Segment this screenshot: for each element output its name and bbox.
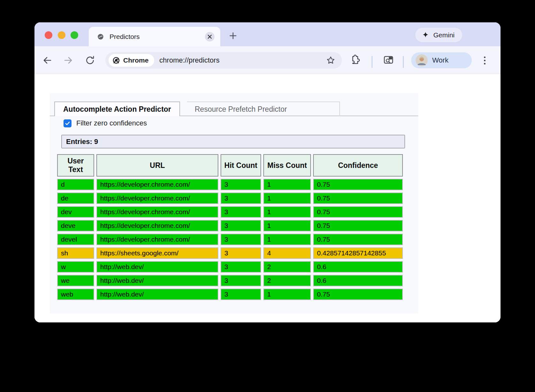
cell-user_text: de [57,192,94,204]
browser-tab[interactable]: Predictors [89,27,220,46]
column-header: Hit Count [221,154,261,177]
cell-miss_count: 1 [263,206,311,218]
cell-url: https://developer.chrome.com/ [96,192,218,204]
browser-window: Predictors Gemini [34,22,501,322]
cell-hit_count: 3 [221,289,261,300]
zoom-window-button[interactable] [71,31,78,39]
cell-url: http://web.dev/ [96,289,218,300]
site-chip-label: Chrome [123,57,148,64]
cell-user_text: w [57,261,94,273]
predictor-table-body: dhttps://developer.chrome.com/310.75deht… [57,179,403,300]
cell-hit_count: 3 [221,206,261,218]
cell-user_text: devel [57,234,94,245]
cell-url: https://developer.chrome.com/ [96,234,218,245]
table-row: shhttps://sheets.google.com/340.42857142… [57,247,403,259]
cell-hit_count: 3 [221,247,261,259]
cell-miss_count: 1 [263,192,311,204]
profile-chip[interactable]: Work [411,52,472,68]
table-row: webhttp://web.dev/310.75 [57,289,403,300]
cell-miss_count: 1 [263,220,311,231]
cell-user_text: sh [57,247,94,259]
tab-resource-prefetch-predictor[interactable]: Resource Prefetch Predictor [187,102,340,116]
cell-confidence: 0.75 [313,179,403,190]
cell-url: http://web.dev/ [96,275,218,286]
toolbar: Chrome chrome://predictors [34,46,501,74]
table-row: dhttps://developer.chrome.com/310.75 [57,179,403,190]
column-header: Confidence [313,154,403,177]
tab-title: Predictors [109,33,140,41]
table-row: develhttps://developer.chrome.com/310.75 [57,234,403,245]
toolbar-divider [372,56,373,68]
toolbar-divider [403,56,404,68]
table-row: devhttps://developer.chrome.com/310.75 [57,206,403,218]
cell-miss_count: 1 [263,179,311,190]
cell-confidence: 0.42857142857142855 [313,247,403,259]
cell-user_text: deve [57,220,94,231]
cell-url: https://developer.chrome.com/ [96,206,218,218]
cell-url: https://developer.chrome.com/ [96,220,218,231]
page-viewport: Autocomplete Action Predictor Resource P… [34,74,501,322]
cell-miss_count: 2 [263,261,311,273]
gemini-button[interactable]: Gemini [415,28,462,42]
site-chip[interactable]: Chrome [109,54,154,67]
table-row: devehttps://developer.chrome.com/310.75 [57,220,403,231]
filter-checkbox-label: Filter zero confidences [76,119,147,127]
cell-confidence: 0.6 [313,261,403,273]
globe-icon [97,33,104,40]
predictors-panel: Autocomplete Action Predictor Resource P… [50,93,418,313]
gemini-sparkle-icon [422,31,429,39]
cell-hit_count: 3 [221,179,261,190]
cell-miss_count: 1 [263,289,311,300]
cell-user_text: d [57,179,94,190]
tab-autocomplete-action-predictor[interactable]: Autocomplete Action Predictor [54,102,180,116]
chrome-logo-icon [112,57,120,64]
reload-icon[interactable] [84,55,96,66]
cell-hit_count: 3 [221,220,261,231]
cell-miss_count: 2 [263,275,311,286]
table-row: dehttps://developer.chrome.com/310.75 [57,192,403,204]
kebab-menu-icon[interactable] [480,56,489,65]
cell-confidence: 0.6 [313,275,403,286]
cell-miss_count: 1 [263,234,311,245]
forward-icon[interactable] [63,55,74,66]
cell-confidence: 0.75 [313,234,403,245]
predictor-tabstrip: Autocomplete Action Predictor Resource P… [50,93,418,116]
cell-hit_count: 3 [221,261,261,273]
table-header-row: User TextURLHit CountMiss CountConfidenc… [57,154,403,177]
cell-confidence: 0.75 [313,206,403,218]
minimize-window-button[interactable] [58,31,65,39]
cell-user_text: we [57,275,94,286]
side-panel-search-icon[interactable] [382,54,395,66]
close-window-button[interactable] [45,31,52,39]
entries-summary-bar: Entries: 9 [61,135,405,148]
cell-url: https://sheets.google.com/ [96,247,218,259]
tab-bar: Predictors Gemini [34,22,501,46]
url-input[interactable]: chrome://predictors [159,56,219,64]
cell-confidence: 0.75 [313,192,403,204]
cell-hit_count: 3 [221,234,261,245]
cell-url: https://developer.chrome.com/ [96,179,218,190]
new-tab-icon[interactable] [227,30,239,41]
cell-user_text: dev [57,206,94,218]
close-tab-icon[interactable] [205,32,215,41]
profile-label: Work [432,56,448,64]
cell-url: http://web.dev/ [96,261,218,273]
cell-hit_count: 3 [221,192,261,204]
extensions-icon[interactable] [349,54,361,66]
gemini-label: Gemini [433,31,455,39]
cell-hit_count: 3 [221,275,261,286]
cell-miss_count: 4 [263,247,311,259]
avatar [416,54,428,66]
filter-zero-confidences-checkbox[interactable] [64,119,72,127]
column-header: URL [96,154,218,177]
bookmark-star-icon[interactable] [326,56,335,65]
cell-confidence: 0.75 [313,220,403,231]
cell-user_text: web [57,289,94,300]
cell-confidence: 0.75 [313,289,403,300]
filter-row: Filter zero confidences [64,119,418,127]
table-row: wehttp://web.dev/320.6 [57,275,403,286]
back-icon[interactable] [41,55,53,66]
table-row: whttp://web.dev/320.6 [57,261,403,273]
address-bar[interactable]: Chrome chrome://predictors [105,52,342,69]
checkmark-icon [65,121,70,126]
